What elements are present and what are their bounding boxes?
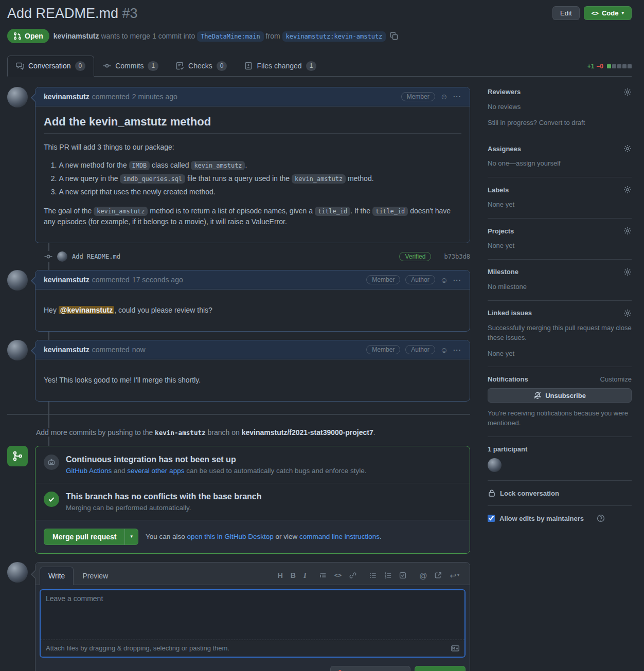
link-icon[interactable] bbox=[349, 572, 356, 579]
gear-icon[interactable] bbox=[623, 227, 632, 235]
tab-count: 1 bbox=[306, 61, 317, 71]
avatar[interactable] bbox=[7, 270, 28, 291]
text-link[interactable]: command line instructions bbox=[299, 533, 380, 540]
pull-request-icon bbox=[13, 32, 22, 40]
tab-label: Files changed bbox=[257, 62, 301, 70]
text-link[interactable]: GitHub Actions bbox=[66, 467, 112, 475]
gear-icon[interactable] bbox=[623, 268, 632, 276]
comment-textarea[interactable] bbox=[41, 590, 464, 640]
task-list-icon[interactable] bbox=[399, 572, 406, 579]
deletions-count: −0 bbox=[596, 63, 603, 70]
emoji-reaction-icon[interactable]: ☺ bbox=[440, 93, 448, 100]
inline-code: imdb_queries.sql bbox=[120, 174, 185, 184]
question-icon[interactable] bbox=[597, 514, 605, 522]
tab-preview[interactable]: Preview bbox=[74, 567, 117, 585]
comment-timestamp-link[interactable]: 2 minutes ago bbox=[132, 93, 177, 101]
saved-replies-icon[interactable]: ↩▾ bbox=[450, 572, 459, 579]
code-icon[interactable]: <> bbox=[334, 572, 342, 578]
copy-branch-icon[interactable] bbox=[390, 32, 398, 40]
comment-timestamp-link[interactable]: 17 seconds ago bbox=[132, 276, 183, 284]
additions-count: +1 bbox=[587, 63, 595, 70]
comment: kevinamstutz commented 17 seconds ago Me… bbox=[7, 270, 470, 332]
quote-icon[interactable] bbox=[319, 572, 327, 579]
section-title: Reviewers bbox=[488, 88, 521, 96]
inline-code: title_id bbox=[372, 207, 408, 216]
kebab-menu-icon[interactable]: ··· bbox=[453, 276, 461, 284]
notifications-note: You're receiving notifications because y… bbox=[488, 409, 632, 428]
edit-button[interactable]: Edit bbox=[552, 6, 579, 20]
close-pull-request-button[interactable]: Close pull request bbox=[330, 666, 410, 671]
kebab-menu-icon[interactable]: ··· bbox=[453, 346, 461, 354]
comment-author-link[interactable]: kevinamstutz bbox=[44, 346, 90, 354]
gear-icon[interactable] bbox=[623, 186, 632, 194]
comment-author-link[interactable]: kevinamstutz bbox=[44, 276, 90, 284]
tab-count: 0 bbox=[217, 61, 227, 71]
unordered-list-icon[interactable] bbox=[369, 572, 377, 579]
tab-conversation[interactable]: Conversation 0 bbox=[7, 56, 94, 77]
kebab-menu-icon[interactable]: ··· bbox=[453, 93, 461, 100]
bold-icon[interactable]: B bbox=[291, 572, 296, 579]
gear-icon[interactable] bbox=[623, 144, 632, 153]
comment-action: commented bbox=[92, 346, 130, 354]
mention-icon[interactable]: @ bbox=[419, 572, 427, 579]
merge-pull-request-button[interactable]: Merge pull request bbox=[44, 529, 124, 545]
verified-badge[interactable]: Verified bbox=[399, 252, 431, 261]
comment-paragraph: Hey @kevinamstutz, could you please revi… bbox=[44, 305, 461, 316]
italic-icon[interactable]: I bbox=[303, 572, 307, 579]
text: method is to return a list of episode na… bbox=[148, 207, 315, 215]
comment-paragraph: This PR will add 3 things to our package… bbox=[44, 142, 461, 153]
merge-options-caret[interactable]: ▾ bbox=[124, 529, 138, 545]
assignees-empty[interactable]: No one—assign yourself bbox=[488, 159, 632, 169]
code-icon: <> bbox=[592, 10, 599, 17]
ci-description: GitHub Actions and several other apps ca… bbox=[66, 467, 367, 475]
convert-to-draft-link[interactable]: Convert to draft bbox=[539, 119, 585, 126]
check-circle-icon bbox=[44, 492, 59, 507]
diffstat: +1 −0 bbox=[587, 63, 632, 76]
ci-status-section: Continuous integration has not been set … bbox=[35, 446, 470, 483]
allow-edits-checkbox[interactable] bbox=[488, 515, 495, 522]
conversation-timeline: kevinamstutz commented 2 minutes ago Mem… bbox=[7, 87, 470, 671]
commit-message-link[interactable]: Add README.md bbox=[72, 253, 120, 260]
text-link[interactable]: open this in GitHub Desktop bbox=[187, 533, 274, 540]
code-button[interactable]: <> Code ▾ bbox=[584, 6, 632, 20]
comment-author-link[interactable]: kevinamstutz bbox=[44, 93, 90, 101]
heading-icon[interactable]: H bbox=[278, 572, 283, 579]
attach-files-dropzone[interactable]: Attach files by dragging & dropping, sel… bbox=[41, 640, 464, 657]
avatar[interactable] bbox=[7, 340, 28, 360]
markdown-icon[interactable] bbox=[451, 644, 459, 652]
text: A new method for the bbox=[59, 161, 129, 169]
avatar[interactable] bbox=[488, 458, 502, 472]
tab-checks[interactable]: Checks 0 bbox=[167, 56, 236, 77]
text: Hey bbox=[44, 306, 59, 314]
gear-icon[interactable] bbox=[623, 309, 632, 317]
tab-write[interactable]: Write bbox=[40, 567, 74, 585]
tab-commits[interactable]: Commits 1 bbox=[94, 56, 167, 77]
comment-button[interactable]: Comment bbox=[415, 666, 466, 671]
ordered-list-icon[interactable] bbox=[384, 572, 391, 579]
unsubscribe-button[interactable]: Unsubscribe bbox=[488, 388, 632, 403]
head-branch-label[interactable]: kevinamstutz:kevin-amstutz bbox=[282, 31, 386, 42]
sidebar-section-linked-issues: Linked issues Successfully merging this … bbox=[488, 308, 632, 368]
tab-files-changed[interactable]: Files changed 1 bbox=[236, 56, 325, 77]
text: A new script that uses the newly created… bbox=[59, 188, 215, 196]
emoji-reaction-icon[interactable]: ☺ bbox=[440, 276, 448, 284]
pr-author-link[interactable]: kevinamstutz bbox=[53, 32, 99, 40]
gear-icon[interactable] bbox=[623, 88, 632, 96]
customize-notifications-link[interactable]: Customize bbox=[600, 375, 632, 383]
branch-name: kevin-amstutz bbox=[155, 429, 206, 437]
text: Yes! This looks good to me! I'll merge t… bbox=[44, 376, 201, 384]
base-branch-label[interactable]: TheDataMine:main bbox=[197, 31, 264, 42]
text-link[interactable]: several other apps bbox=[127, 467, 184, 475]
comment-body: Yes! This looks good to me! I'll merge t… bbox=[35, 359, 470, 401]
commit-sha-link[interactable]: b73b3d8 bbox=[444, 253, 470, 260]
avatar[interactable] bbox=[57, 251, 67, 262]
emoji-reaction-icon[interactable]: ☺ bbox=[440, 346, 448, 354]
cross-reference-icon[interactable] bbox=[435, 572, 442, 579]
avatar[interactable] bbox=[7, 87, 28, 107]
comment-input-wrap: Attach files by dragging & dropping, sel… bbox=[40, 589, 466, 658]
comment-timestamp-link[interactable]: now bbox=[132, 346, 146, 354]
section-title: Labels bbox=[488, 186, 509, 194]
user-mention-link[interactable]: @kevinamstutz bbox=[59, 306, 114, 314]
section-title: Linked issues bbox=[488, 309, 532, 317]
lock-conversation-button[interactable]: Lock conversation bbox=[488, 489, 632, 497]
